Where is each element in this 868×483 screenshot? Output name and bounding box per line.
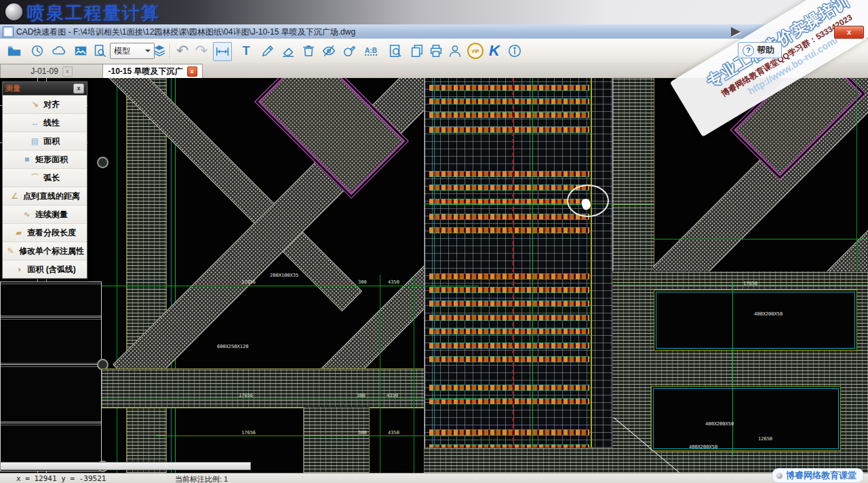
dimension-line [102, 399, 479, 400]
measure-item-label: 面积 (含弧线) [27, 264, 75, 275]
copy-pages-icon[interactable] [408, 42, 426, 60]
measure-item-label: 查看分段长度 [27, 227, 76, 239]
measure-item-area-with-arc[interactable]: ◑面积 (含弧线) [3, 260, 87, 278]
cad-line [425, 78, 425, 448]
vip-badge-icon[interactable]: VIP [467, 42, 484, 60]
dimension-label: 300 [357, 393, 366, 398]
tab-close-icon[interactable]: x [187, 66, 197, 77]
measure-panel: 测量 x ↘对齐 ↔线性 ▤面积 ■矩形面积 ⌒弧长 ∠点到直线的距离 ∿连续测… [2, 81, 87, 279]
dimension-label: 4350 [388, 279, 399, 285]
nozzle-row [429, 385, 589, 391]
measure-item-label: 矩形面积 [35, 154, 68, 166]
help-button-label: 帮助 [757, 44, 774, 56]
point-line-icon: ∠ [9, 191, 20, 201]
dimension-line [414, 275, 414, 473]
measure-item-label: 弧长 [43, 172, 60, 184]
trash-icon[interactable] [300, 42, 317, 60]
info-icon[interactable] [506, 42, 524, 60]
measure-item-linear[interactable]: ↔线性 [3, 114, 87, 132]
cad-canvas[interactable]: 200X100X35176563004350600X250X1201765630… [0, 78, 868, 473]
measure-item-label: 面积 [43, 136, 60, 147]
dimension-label: 600X250X120 [217, 344, 248, 349]
measure-item-segment-length[interactable]: ▰查看分段长度 [3, 224, 87, 242]
tab-label: J-01-09 [31, 66, 58, 76]
continuous-icon: ∿ [22, 210, 32, 219]
video-logo-icon [5, 3, 22, 20]
measure-item-area[interactable]: ▤面积 [3, 132, 87, 151]
image-view-icon[interactable] [72, 42, 90, 60]
dimension-line [732, 282, 733, 457]
measure-item-point-line-distance[interactable]: ∠点到直线的距离 [3, 187, 87, 206]
open-folder-icon[interactable] [5, 42, 23, 60]
arc-length-icon: ⌒ [30, 172, 40, 184]
area-icon: ▤ [30, 136, 40, 146]
dimension-label: 17656 [241, 430, 256, 436]
layers-icon[interactable] [151, 42, 168, 60]
find-file-icon[interactable] [91, 42, 108, 60]
cloud-icon[interactable] [50, 42, 68, 60]
measure-panel-title: 测量 [5, 83, 20, 94]
measure-item-rect-area[interactable]: ■矩形面积 [3, 151, 87, 169]
tab-close-icon[interactable]: x [62, 66, 73, 77]
edge-line [591, 78, 592, 448]
fountain-nozzle-rows [424, 78, 612, 448]
horizontal-scrollbar[interactable] [0, 462, 251, 470]
view-find-icon[interactable] [387, 42, 404, 60]
segment-length-icon: ▰ [14, 228, 24, 237]
hide-layer-eye-icon[interactable] [320, 42, 338, 60]
rect-area-icon: ■ [22, 155, 32, 164]
scale-ab-icon[interactable]: A:B [362, 42, 380, 60]
measure-item-arc-length[interactable]: ⌒弧长 [3, 169, 87, 187]
measure-item-continuous[interactable]: ∿连续测量 [3, 206, 87, 224]
statusbar: x = 12941 y = -39521 当前标注比例: 1 [0, 473, 868, 483]
playback-arrow-icon [731, 27, 741, 37]
nozzle-row [429, 85, 589, 91]
tab-j-01-09[interactable]: J-01-09 x [0, 64, 103, 78]
help-question-icon: ? [743, 45, 754, 56]
nozzle-row [429, 214, 589, 220]
dimension-line [653, 239, 868, 239]
dimension-line [856, 78, 857, 271]
paving-band-horizontal [102, 368, 479, 408]
dimension-label: 12650 [758, 436, 772, 442]
nozzle-row [429, 98, 589, 104]
text-tool-icon[interactable]: T [237, 42, 255, 60]
tab-j-10-15-active[interactable]: -10-15 旱喷及下沉广 x [102, 64, 203, 78]
redo-icon[interactable]: ↷ [193, 42, 210, 60]
measure-item-label: 点到直线的距离 [23, 191, 80, 202]
history-icon[interactable] [28, 42, 46, 60]
revision-cloud-icon[interactable] [340, 42, 358, 60]
nozzle-row [429, 328, 589, 334]
align-icon: ↘ [30, 100, 40, 109]
help-button[interactable]: ? 帮助 [738, 42, 782, 58]
cursor-coordinates: x = 12941 y = -39521 [16, 474, 106, 483]
measure-tool-icon[interactable] [213, 42, 232, 61]
video-topbar: 喷泉工程量计算 [0, 0, 868, 24]
area-arc-icon: ◑ [14, 265, 24, 274]
dimension-label: 400X200X50 [705, 421, 734, 427]
measure-panel-titlebar[interactable]: 测量 x [3, 82, 87, 95]
measure-item-edit-annotation[interactable]: ✎修改单个标注属性 [3, 242, 87, 260]
nozzle-row [429, 171, 589, 177]
window-title: CAD快速看图 - F:\4培训相关\1面接\12园林授课\园林图纸\04详图\… [16, 26, 355, 38]
user-icon[interactable] [446, 42, 464, 60]
dimension-line [424, 204, 654, 204]
brand-pill: 博睿网络教育课堂 [772, 468, 864, 483]
print-icon[interactable] [427, 42, 445, 60]
window-close-button[interactable]: x [834, 26, 864, 39]
dimension-label: 300 [358, 430, 367, 436]
nozzle-row [429, 315, 589, 321]
nozzle-row [429, 185, 589, 191]
axis-centerline [512, 78, 513, 448]
pen-tool-icon[interactable] [259, 42, 277, 60]
dimension-label: 17656 [241, 279, 256, 285]
app-logo-k-icon[interactable]: K [486, 42, 503, 60]
app-window: 喷泉工程量计算 CAD快速看图 - F:\4培训相关\1面接\12园林授课\园林… [0, 0, 868, 483]
model-space-dropdown[interactable]: 模型 [110, 43, 155, 59]
measure-panel-close-icon[interactable]: x [73, 83, 84, 94]
undo-icon[interactable]: ↶ [174, 42, 191, 60]
dimension-label: 400X200X50 [754, 311, 783, 317]
eraser-icon[interactable] [279, 42, 297, 60]
model-dropdown-label: 模型 [114, 45, 130, 57]
measure-item-align[interactable]: ↘对齐 [3, 96, 87, 114]
